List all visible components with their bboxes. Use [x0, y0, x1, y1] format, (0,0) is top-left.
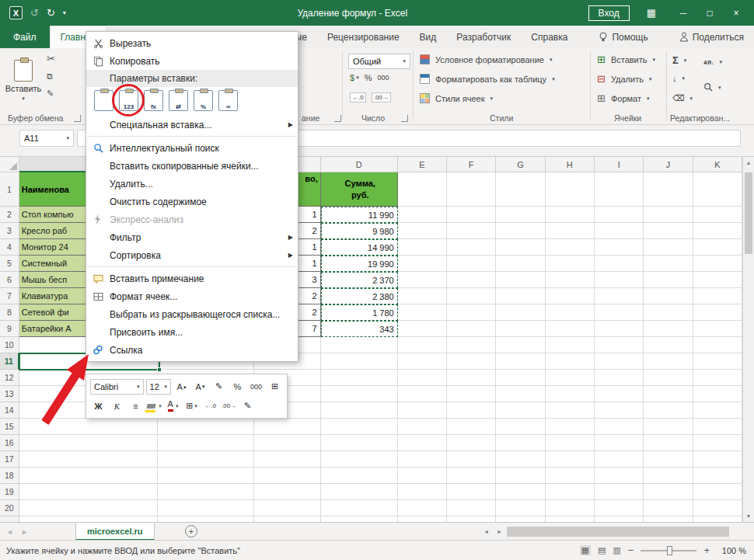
format-painter-icon-2[interactable]: ✎: [239, 398, 256, 414]
menu-item-cut[interactable]: Вырезать: [86, 34, 298, 52]
menu-item-insert-copied-cells[interactable]: Вставить скопированные ячейки...: [86, 157, 298, 175]
cell-J14[interactable]: [644, 402, 693, 419]
close-button[interactable]: ×: [723, 3, 749, 23]
cell-E2[interactable]: [398, 207, 447, 223]
row-header-4[interactable]: 4: [0, 239, 19, 256]
cell-H18[interactable]: [546, 468, 595, 484]
cell-J12[interactable]: [644, 370, 693, 386]
cell-H5[interactable]: [546, 256, 595, 272]
cell-H7[interactable]: [546, 288, 595, 304]
cell-E10[interactable]: [398, 337, 447, 353]
percent-style-icon[interactable]: %: [229, 379, 246, 395]
cell-B20[interactable]: [158, 500, 254, 517]
cell-D21[interactable]: [321, 517, 398, 522]
cell-I10[interactable]: [595, 337, 644, 353]
zoom-slider-thumb[interactable]: [667, 546, 672, 555]
column-header-E[interactable]: E: [398, 157, 447, 172]
cell-J3[interactable]: [644, 223, 693, 239]
cell-I1[interactable]: [595, 172, 644, 207]
zoom-out-icon[interactable]: −: [628, 545, 634, 555]
cell-H11[interactable]: [546, 353, 595, 370]
increase-font-size-button[interactable]: А▴: [173, 379, 190, 395]
clipboard-dialog-launcher-icon[interactable]: [74, 115, 81, 122]
undo-icon[interactable]: ↺: [30, 8, 39, 18]
cell-F14[interactable]: [447, 402, 496, 419]
row-header-14[interactable]: 14: [0, 402, 19, 419]
cell-I3[interactable]: [595, 223, 644, 239]
cell-J16[interactable]: [644, 435, 693, 451]
cell-E6[interactable]: [398, 272, 447, 288]
column-header-G[interactable]: G: [496, 157, 545, 172]
menu-item-clear-contents[interactable]: Очистить содержимое: [86, 193, 298, 210]
row-header-17[interactable]: 17: [0, 451, 19, 468]
cell-J1[interactable]: [644, 172, 693, 207]
decrease-decimal-icon[interactable]: .00→: [221, 398, 237, 414]
cell-H8[interactable]: [546, 304, 595, 321]
format-as-table-button[interactable]: Форматировать как таблицу▾: [420, 74, 555, 84]
cell-J18[interactable]: [644, 468, 693, 484]
cell-K11[interactable]: [693, 353, 742, 370]
cell-A17[interactable]: [19, 451, 158, 468]
cell-E17[interactable]: [398, 451, 447, 468]
cell-H15[interactable]: [546, 419, 595, 435]
column-header-H[interactable]: H: [546, 157, 595, 172]
cell-E14[interactable]: [398, 402, 447, 419]
cell-A21[interactable]: [19, 517, 158, 522]
cell-H9[interactable]: [546, 321, 595, 337]
cell-G14[interactable]: [496, 402, 545, 419]
cell-D7[interactable]: 2 380: [321, 288, 398, 304]
cell-F2[interactable]: [447, 207, 496, 223]
cell-H2[interactable]: [546, 207, 595, 223]
page-layout-view-icon[interactable]: ▤: [598, 545, 606, 555]
cell-C15[interactable]: [254, 419, 321, 435]
cell-H12[interactable]: [546, 370, 595, 386]
tab-developer[interactable]: Разработчик: [446, 26, 521, 48]
cell-F19[interactable]: [447, 484, 496, 500]
horizontal-scroll-thumb[interactable]: [507, 527, 729, 537]
cell-A16[interactable]: [19, 435, 158, 451]
cell-G8[interactable]: [496, 304, 545, 321]
cell-E9[interactable]: [398, 321, 447, 337]
cell-B21[interactable]: [158, 517, 254, 522]
menu-item-format-cells[interactable]: Формат ячеек...: [86, 287, 298, 305]
cell-G7[interactable]: [496, 288, 545, 304]
paste-option-paste[interactable]: [94, 90, 113, 111]
merge-center-icon[interactable]: ⊞: [267, 379, 283, 395]
cell-J17[interactable]: [644, 451, 693, 468]
cell-D18[interactable]: [321, 468, 398, 484]
fill-button[interactable]: ↓▾: [672, 74, 685, 83]
cell-D6[interactable]: 2 370: [321, 272, 398, 288]
horizontal-scrollbar[interactable]: ◄ ►: [480, 526, 729, 537]
cell-G17[interactable]: [496, 451, 545, 468]
font-color-icon[interactable]: А▾: [165, 398, 181, 414]
maximize-button[interactable]: □: [696, 3, 723, 23]
cell-E12[interactable]: [398, 370, 447, 386]
cell-A15[interactable]: [19, 419, 158, 435]
column-header-K[interactable]: K: [693, 157, 742, 172]
cell-K3[interactable]: [693, 223, 742, 239]
tab-assistant[interactable]: Помощь: [588, 26, 658, 48]
cell-A18[interactable]: [19, 468, 158, 484]
cell-K17[interactable]: [693, 451, 742, 468]
select-all-corner[interactable]: [0, 157, 19, 172]
cell-J13[interactable]: [644, 386, 693, 402]
tab-share[interactable]: Поделиться: [669, 26, 754, 48]
cell-K10[interactable]: [693, 337, 742, 353]
cell-G15[interactable]: [496, 419, 545, 435]
cell-F21[interactable]: [447, 517, 496, 522]
row-header-13[interactable]: 13: [0, 386, 19, 402]
cell-I5[interactable]: [595, 256, 644, 272]
cell-I21[interactable]: [595, 517, 644, 522]
cut-icon[interactable]: ✂: [47, 53, 55, 64]
row-header-19[interactable]: 19: [0, 484, 19, 500]
format-cells-button[interactable]: ⊞ Формат▾: [597, 93, 650, 103]
cell-H4[interactable]: [546, 239, 595, 256]
cell-J20[interactable]: [644, 500, 693, 517]
cell-D10[interactable]: [321, 337, 398, 353]
conditional-formatting-button[interactable]: Условное форматирование▾: [420, 54, 552, 64]
cell-K14[interactable]: [693, 402, 742, 419]
row-header-20[interactable]: 20: [0, 500, 19, 517]
cell-I16[interactable]: [595, 435, 644, 451]
cell-G13[interactable]: [496, 386, 545, 402]
cell-H1[interactable]: [546, 172, 595, 207]
